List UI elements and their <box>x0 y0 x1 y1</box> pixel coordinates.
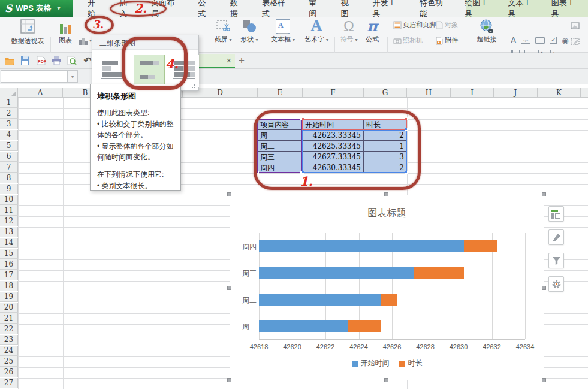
row-header-20[interactable]: 20 <box>0 303 18 313</box>
clipped-tool-button-1[interactable] <box>571 22 583 30</box>
table-cell-start[interactable]: 42630.33345 <box>303 162 364 173</box>
chart-object[interactable]: 图表标题 42618426204262242624426264262842630… <box>230 195 544 380</box>
table-cell-name[interactable]: 周一 <box>258 130 303 141</box>
menu-tab-特色功能[interactable]: 特色功能 <box>411 0 458 17</box>
legend-item[interactable]: 开始时间 <box>352 358 390 368</box>
chart-resize-handle[interactable] <box>227 286 231 290</box>
screenshot-button[interactable]: 截屏 ▾ <box>211 19 235 44</box>
table-header-cell[interactable]: 项目内容 <box>258 119 303 130</box>
chart-settings-button[interactable] <box>548 276 564 292</box>
row-header-27[interactable]: 27 <box>0 378 18 388</box>
column-header-H[interactable]: H <box>407 88 451 98</box>
table-cell-start[interactable]: 42627.33345 <box>303 152 364 162</box>
row-header-14[interactable]: 14 <box>0 238 18 248</box>
row-header-13[interactable]: 13 <box>0 227 18 237</box>
table-cell-name[interactable]: 周三 <box>258 152 303 162</box>
chart-resize-handle[interactable] <box>384 378 388 382</box>
table-cell-duration[interactable]: 2 <box>364 162 407 173</box>
row-header-15[interactable]: 15 <box>0 249 18 259</box>
row-header-19[interactable]: 19 <box>0 292 18 302</box>
equation-button[interactable]: π 公式 <box>361 18 384 44</box>
bar-segment-start[interactable] <box>259 294 381 306</box>
menu-tab-开发工具[interactable]: 开发工具 <box>364 0 411 17</box>
wps-logo[interactable]: S WPS 表格 ▼ <box>0 0 73 17</box>
column-header-A[interactable]: A <box>18 88 63 98</box>
groupbox-control-icon[interactable] <box>535 37 545 44</box>
save-button[interactable] <box>19 55 31 66</box>
row-header-9[interactable]: 9 <box>0 184 18 194</box>
bar-segment-start[interactable] <box>259 320 348 332</box>
row-header-2[interactable]: 2 <box>0 108 18 119</box>
insert-column-chart-button[interactable]: ▾ <box>79 36 92 45</box>
chart-resize-handle[interactable] <box>384 192 388 196</box>
row-header-16[interactable]: 16 <box>0 259 18 270</box>
row-header-3[interactable]: 3 <box>0 119 18 129</box>
row-header-7[interactable]: 7 <box>0 162 18 173</box>
menu-tab-表格样式[interactable]: 表格样式 <box>254 0 300 17</box>
table-cell-duration[interactable]: 2 <box>364 130 407 141</box>
checkbox-control-icon[interactable]: ✓ <box>550 37 557 44</box>
range-handle-purple[interactable] <box>256 171 259 174</box>
close-tab-icon[interactable]: × <box>227 56 231 65</box>
table-cell-name[interactable]: 周二 <box>258 141 303 152</box>
select-all-corner[interactable] <box>0 88 18 98</box>
bar-segment-duration[interactable] <box>464 240 497 252</box>
header-footer-button[interactable]: 页眉和页脚 <box>393 20 436 29</box>
wordart-button[interactable]: A 艺术字 ▾ <box>301 18 332 44</box>
table-cell-start[interactable]: 42623.33345 <box>303 130 364 141</box>
chart-title[interactable]: 图表标题 <box>230 207 544 220</box>
menu-tab-审阅[interactable]: 审阅 <box>300 0 332 17</box>
textbox-button[interactable]: A 文本框 ▾ <box>267 19 298 44</box>
table-cell-start[interactable]: 42625.33345 <box>303 141 364 152</box>
print-preview-button[interactable] <box>66 55 78 66</box>
bar-segment-duration[interactable] <box>414 267 464 279</box>
column-header-K[interactable]: K <box>538 88 581 98</box>
range-handle-blue[interactable] <box>405 171 408 174</box>
range-handle-blue[interactable] <box>301 171 304 174</box>
menu-tab-图表工具[interactable]: 图表工具 <box>545 0 588 17</box>
row-header-21[interactable]: 21 <box>0 313 18 324</box>
row-header-1[interactable]: 1 <box>0 98 18 108</box>
chart-resize-handle[interactable] <box>542 192 546 196</box>
row-header-24[interactable]: 24 <box>0 346 18 356</box>
bar-segment-start[interactable] <box>259 240 464 252</box>
chart-style-button[interactable] <box>548 229 564 245</box>
row-header-17[interactable]: 17 <box>0 270 18 280</box>
row-header-12[interactable]: 12 <box>0 216 18 226</box>
range-handle-blue[interactable] <box>405 128 408 131</box>
row-header-18[interactable]: 18 <box>0 281 18 291</box>
column-header-F[interactable]: F <box>303 88 364 98</box>
table-header-cell[interactable]: 开始时间 <box>303 119 364 130</box>
row-header-23[interactable]: 23 <box>0 335 18 345</box>
menu-tab-公式[interactable]: 公式 <box>190 0 222 17</box>
label-control-icon[interactable]: A <box>511 35 516 45</box>
menu-tab-绘图工具[interactable]: 绘图工具 <box>458 0 501 17</box>
column-header-G[interactable]: G <box>364 88 407 98</box>
row-header-25[interactable]: 25 <box>0 356 18 367</box>
bar-segment-start[interactable] <box>259 267 414 279</box>
chart-button[interactable]: 图表 <box>55 20 76 45</box>
pivot-table-button[interactable]: 数据透视表 <box>8 19 47 46</box>
row-header-8[interactable]: 8 <box>0 173 18 183</box>
clipped-tool-button-2[interactable] <box>571 37 580 46</box>
table-cell-duration[interactable]: 3 <box>364 152 407 162</box>
row-header-10[interactable]: 10 <box>0 195 18 205</box>
chart-resize-handle[interactable] <box>227 192 231 196</box>
bar-segment-duration[interactable] <box>348 320 381 332</box>
camera-button[interactable]: 照相机 <box>393 36 423 45</box>
row-header-5[interactable]: 5 <box>0 141 18 151</box>
row-header-26[interactable]: 26 <box>0 367 18 377</box>
name-box[interactable] <box>1 70 68 83</box>
menu-tab-页面布局[interactable]: 页面布局 <box>143 0 189 17</box>
range-handle-red[interactable] <box>405 117 408 120</box>
shapes-button[interactable]: 形状 ▾ <box>237 19 261 44</box>
chart-resize-handle[interactable] <box>227 378 231 382</box>
attachment-button[interactable]: 附件 <box>435 36 458 45</box>
legend-item[interactable]: 时长 <box>399 358 423 368</box>
name-box-dropdown-icon[interactable]: ▾ <box>68 70 78 83</box>
chart-type-100-stacked-bar[interactable] <box>169 55 199 87</box>
chart-filter-button[interactable] <box>548 253 564 268</box>
row-header-4[interactable]: 4 <box>0 130 18 140</box>
new-document-tab-button[interactable]: + <box>239 55 245 66</box>
menu-tab-插入[interactable]: 插入 <box>111 0 143 17</box>
